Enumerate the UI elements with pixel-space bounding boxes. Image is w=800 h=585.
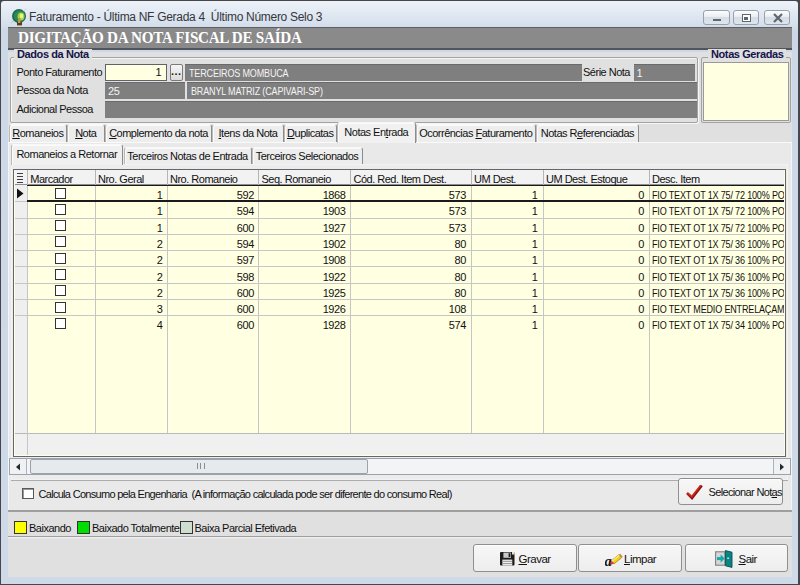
svg-text:a: a bbox=[605, 553, 612, 568]
